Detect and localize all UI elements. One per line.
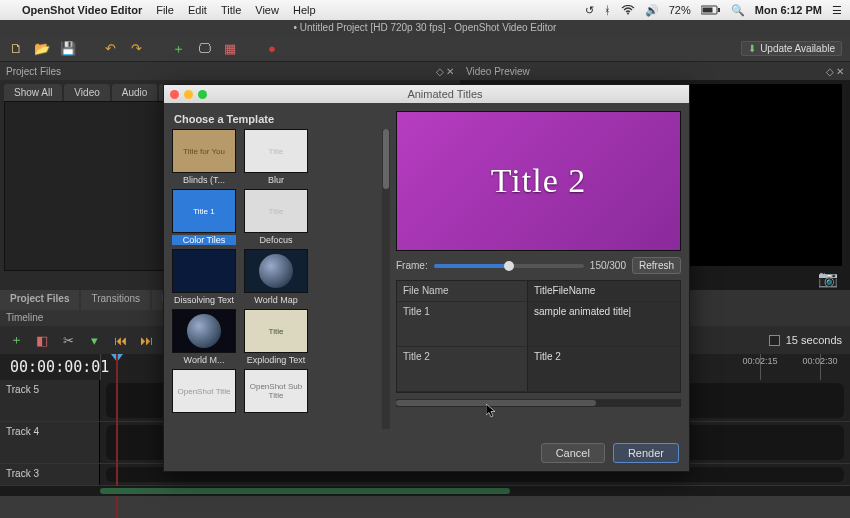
property-row: Title 2Title 2	[397, 347, 680, 392]
template-card[interactable]: OpenShot Title	[172, 369, 236, 415]
template-thumb: Title for You	[172, 129, 236, 173]
frame-label: Frame:	[396, 260, 428, 271]
template-card[interactable]: OpenShot Sub Title	[244, 369, 308, 415]
property-key: Title 2	[397, 347, 527, 391]
cancel-button[interactable]: Cancel	[541, 443, 605, 463]
dialog-footer: Cancel Render	[164, 437, 689, 471]
template-caption: Defocus	[244, 235, 308, 245]
refresh-button[interactable]: Refresh	[632, 257, 681, 274]
property-row: Title 1sample animated title|	[397, 302, 680, 347]
dialog-title: Animated Titles	[407, 88, 482, 100]
property-key: File Name	[397, 281, 527, 301]
minimize-icon[interactable]	[184, 90, 193, 99]
slider-knob-icon[interactable]	[504, 261, 514, 271]
template-card[interactable]: TitleDefocus	[244, 189, 308, 245]
preview-text: Title 2	[491, 162, 587, 200]
frame-value: 150/300	[590, 260, 626, 271]
template-thumb	[172, 249, 236, 293]
template-caption: Dissolving Text	[172, 295, 236, 305]
property-value[interactable]: TitleFileName	[527, 281, 680, 301]
property-value[interactable]: Title 2	[527, 347, 680, 391]
template-thumb: OpenShot Sub Title	[244, 369, 308, 413]
choose-template-label: Choose a Template	[172, 111, 390, 129]
zoom-icon[interactable]	[198, 90, 207, 99]
dialog-titlebar[interactable]: Animated Titles	[164, 85, 689, 103]
property-key: Title 1	[397, 302, 527, 346]
template-caption: Exploding Text	[244, 355, 308, 365]
template-thumb	[244, 249, 308, 293]
animated-titles-dialog: Animated Titles Choose a Template Title …	[163, 84, 690, 472]
template-thumb: Title 1	[172, 189, 236, 233]
template-card[interactable]: Title for YouBlinds (T...	[172, 129, 236, 185]
template-vscroll[interactable]	[382, 129, 390, 429]
template-panel: Choose a Template Title for YouBlinds (T…	[172, 111, 390, 429]
template-card[interactable]: World Map	[244, 249, 308, 305]
template-grid[interactable]: Title for YouBlinds (T...TitleBlurTitle …	[172, 129, 378, 429]
template-caption: World Map	[244, 295, 308, 305]
title-preview: Title 2	[396, 111, 681, 251]
template-thumb: Title	[244, 129, 308, 173]
template-card[interactable]: Title 1Color Tiles	[172, 189, 236, 245]
modal-backdrop: Animated Titles Choose a Template Title …	[0, 0, 850, 518]
template-thumb: Title	[244, 309, 308, 353]
template-caption: World M...	[172, 355, 236, 365]
property-row: File NameTitleFileName	[397, 281, 680, 302]
frame-row: Frame: 150/300 Refresh	[396, 257, 681, 274]
frame-slider[interactable]	[434, 264, 584, 268]
template-thumb: Title	[244, 189, 308, 233]
template-caption: Blinds (T...	[172, 175, 236, 185]
template-card[interactable]: World M...	[172, 309, 236, 365]
property-value[interactable]: sample animated title|	[527, 302, 680, 346]
dialog-right-panel: Title 2 Frame: 150/300 Refresh File Name…	[396, 111, 681, 429]
template-caption: Blur	[244, 175, 308, 185]
template-caption: Color Tiles	[172, 235, 236, 245]
template-thumb	[172, 309, 236, 353]
template-thumb: OpenShot Title	[172, 369, 236, 413]
template-card[interactable]: TitleExploding Text	[244, 309, 308, 365]
properties-table: File NameTitleFileNameTitle 1sample anim…	[396, 280, 681, 393]
template-card[interactable]: TitleBlur	[244, 129, 308, 185]
properties-hscroll[interactable]	[396, 399, 681, 407]
render-button[interactable]: Render	[613, 443, 679, 463]
close-icon[interactable]	[170, 90, 179, 99]
template-card[interactable]: Dissolving Text	[172, 249, 236, 305]
